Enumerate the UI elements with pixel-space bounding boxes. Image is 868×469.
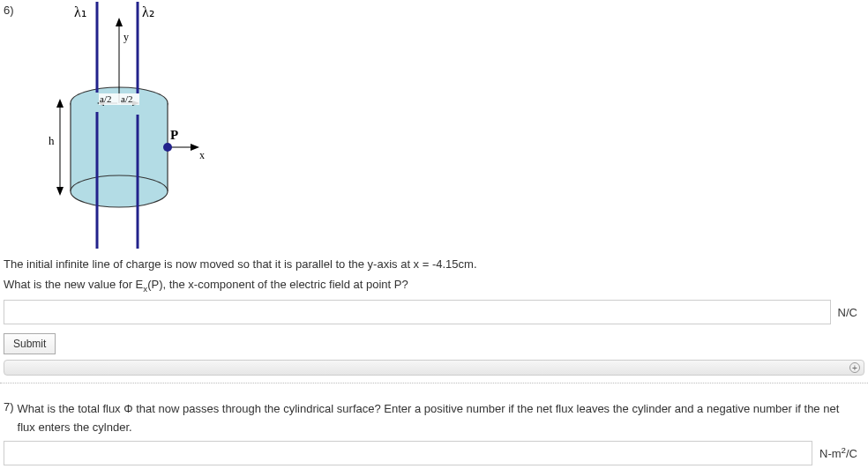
a2-right-label: a/2 bbox=[121, 93, 132, 104]
h-label: h bbox=[49, 134, 55, 147]
question-7-text: What is the total flux Φ that now passes… bbox=[18, 400, 857, 437]
a2-left-label: a/2 bbox=[100, 93, 111, 104]
svg-point-20 bbox=[163, 143, 172, 152]
physics-cylinder-diagram: λ₁ λ₂ y x h P a/2 a/2 bbox=[44, 2, 238, 249]
svg-marker-15 bbox=[56, 187, 64, 196]
divider bbox=[0, 383, 868, 383]
q6-answer-row: N/C bbox=[4, 300, 864, 324]
q6-answer-input[interactable] bbox=[4, 300, 831, 324]
question-6-text: The initial infinite line of charge is n… bbox=[4, 254, 477, 297]
q6-line1: The initial infinite line of charge is n… bbox=[4, 254, 477, 274]
svg-marker-14 bbox=[56, 99, 64, 108]
q7-answer-row: N-m2/C bbox=[4, 441, 864, 465]
y-axis-label: y bbox=[123, 31, 129, 43]
svg-marker-12 bbox=[191, 144, 199, 151]
diagram-svg: λ₁ λ₂ y x h P a/2 a/2 bbox=[44, 2, 238, 249]
q6-line2: What is the new value for Ex(P), the x-c… bbox=[4, 274, 477, 296]
svg-point-4 bbox=[71, 175, 168, 207]
point-p-label: P bbox=[170, 128, 178, 142]
q7-answer-input[interactable] bbox=[4, 441, 812, 465]
submit-button[interactable]: Submit bbox=[4, 333, 56, 354]
lambda1-label: λ₁ bbox=[74, 4, 86, 19]
plus-icon: + bbox=[849, 362, 860, 373]
svg-marker-10 bbox=[116, 18, 123, 26]
q6-unit-label: N/C bbox=[831, 306, 864, 319]
collapsed-hint-bar[interactable]: + bbox=[4, 360, 864, 376]
question-6-number: 6) bbox=[4, 4, 14, 17]
question-7-number: 7) bbox=[4, 400, 18, 437]
q6-submit-row: Submit bbox=[4, 333, 864, 354]
x-axis-label: x bbox=[199, 149, 205, 161]
question-7-block: 7) What is the total flux Φ that now pas… bbox=[4, 393, 857, 437]
lambda2-label: λ₂ bbox=[142, 4, 154, 19]
q7-unit-label: N-m2/C bbox=[812, 445, 864, 460]
